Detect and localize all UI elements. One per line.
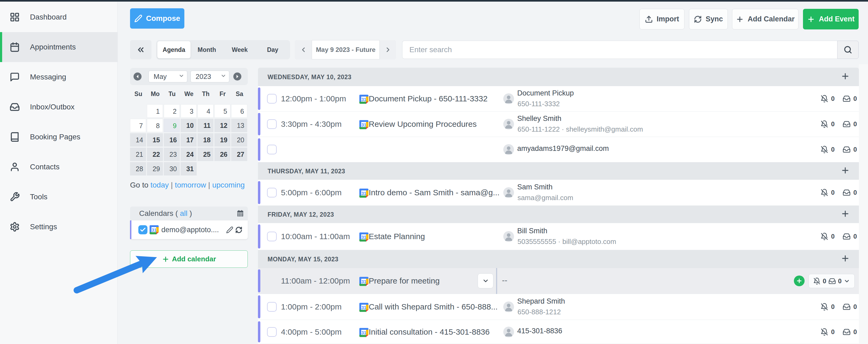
svg-text:31: 31 — [362, 123, 366, 127]
svg-text:31: 31 — [362, 280, 366, 284]
svg-text:31: 31 — [362, 306, 366, 310]
svg-text:31: 31 — [362, 191, 366, 196]
svg-text:31: 31 — [362, 235, 366, 240]
svg-text:31: 31 — [152, 228, 157, 232]
svg-text:31: 31 — [362, 331, 366, 335]
svg-text:31: 31 — [362, 97, 366, 102]
